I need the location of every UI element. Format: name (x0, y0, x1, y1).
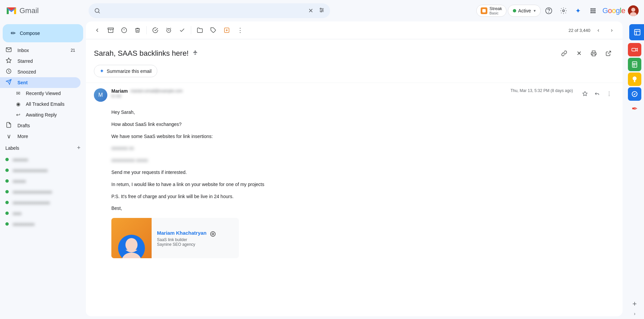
sidebar-item-sent[interactable]: Sent (0, 77, 80, 88)
all-tracked-icon: ◉ (16, 101, 20, 107)
svg-rect-28 (108, 28, 114, 29)
google-tasks-panel-button[interactable] (628, 87, 641, 101)
summarize-star-icon: ✦ (100, 68, 104, 74)
streak-track-button[interactable] (221, 24, 233, 36)
sidebar-item-inbox[interactable]: Inbox 21 (0, 45, 80, 56)
sidebar-item-snoozed[interactable]: Snoozed (0, 66, 80, 77)
page-navigation: 22 of 3,440 ‹ › (569, 25, 617, 36)
svg-point-42 (122, 253, 141, 258)
label-dot-icon (5, 158, 9, 161)
snooze-button[interactable] (163, 24, 175, 36)
delete-button[interactable] (131, 24, 144, 36)
chevron-down-icon: ▾ (534, 8, 536, 13)
sidebar-item-more[interactable]: ∨ More (0, 131, 80, 142)
sidebar-item-awaiting-reply[interactable]: ↩ Awaiting Reply (0, 109, 80, 120)
star-message-button[interactable] (580, 88, 590, 99)
more-chevron-icon: ∨ (5, 133, 12, 140)
svg-rect-19 (594, 12, 595, 13)
label-dot-icon (5, 212, 9, 215)
move-to-button[interactable] (194, 24, 206, 36)
email-line3-blurred: xxxxxxx xx (111, 144, 614, 152)
search-bar[interactable]: in:sent ✕ (89, 3, 330, 18)
email-subject-text: Sarah, SAAS backlinks here! (94, 49, 189, 58)
compose-button[interactable]: ✏ Compose (3, 24, 83, 42)
google-keep-panel-button[interactable] (628, 73, 641, 86)
user-avatar[interactable] (628, 5, 639, 16)
settings-button[interactable] (557, 4, 570, 17)
compose-pencil-icon: ✏ (11, 30, 16, 37)
email-header-actions: ✕ (558, 47, 614, 59)
email-message-body: M Mariam mariam.email@example.com to me … (86, 83, 623, 316)
toolbar-separator (146, 26, 147, 34)
search-clear-icon[interactable]: ✕ (308, 7, 313, 14)
recently-viewed-icon: ✉ (16, 90, 20, 96)
search-icon (94, 7, 101, 14)
message-action-icons: ⋮ (580, 88, 614, 99)
gemini-star-button[interactable]: ✦ (572, 4, 585, 17)
report-spam-button[interactable] (118, 24, 130, 36)
svg-rect-51 (634, 82, 636, 82)
google-meet-panel-button[interactable] (628, 43, 641, 56)
label-item-2[interactable]: xxxxxxxxxxxxxxxx (0, 165, 80, 176)
copy-link-button[interactable] (558, 47, 570, 59)
svg-rect-15 (592, 10, 594, 11)
label-dot-icon (5, 169, 9, 172)
active-status-button[interactable]: Active ▾ (508, 5, 541, 17)
summarize-email-button[interactable]: ✦ Summarize this email (94, 65, 157, 77)
sidebar-item-drafts[interactable]: Drafts (0, 120, 80, 131)
label-button[interactable] (207, 24, 219, 36)
sidebar-item-all-tracked-emails[interactable]: ◉ All Tracked Emails (0, 99, 80, 109)
labels-section-header[interactable]: Labels + (0, 142, 86, 154)
close-email-button[interactable]: ✕ (573, 47, 585, 59)
streak-button[interactable]: Streak Basic (476, 5, 506, 17)
topbar: Gmail in:sent ✕ Streak Basic Active ▾ (0, 0, 644, 21)
more-options-button[interactable]: ⋮ (234, 24, 246, 36)
sidebar-item-starred[interactable]: Starred (0, 56, 80, 66)
right-panel: ✒ + › (625, 21, 644, 319)
apps-button[interactable] (586, 4, 600, 17)
prev-email-button[interactable]: ‹ (593, 25, 604, 36)
sidebar-item-recently-viewed[interactable]: ✉ Recently Viewed (0, 88, 80, 99)
signature-image (111, 218, 152, 258)
email-signature-card: Mariam Khachatryan ◎ SaaS link builder S… (111, 218, 239, 258)
google-logo: Google (602, 6, 625, 15)
svg-point-0 (95, 8, 99, 12)
svg-line-1 (99, 12, 100, 13)
print-button[interactable] (588, 47, 600, 59)
email-toolbar: ⋮ 22 of 3,440 ‹ › (86, 21, 623, 39)
sender-name-row: Mariam mariam.email@example.com (111, 88, 506, 94)
main-layout: ✏ Compose Inbox 21 Starred (0, 21, 644, 319)
svg-rect-11 (590, 8, 592, 10)
snoozed-icon (5, 68, 12, 76)
google-sheets-panel-button[interactable] (628, 58, 641, 71)
more-message-button[interactable]: ⋮ (604, 88, 614, 99)
snooze-subject-icon[interactable] (193, 50, 198, 57)
add-panel-button[interactable]: + (633, 300, 637, 308)
search-input[interactable]: in:sent (105, 8, 304, 14)
search-filters-icon[interactable] (319, 7, 325, 15)
unknown-panel-button-red[interactable]: ✒ (628, 102, 641, 116)
logo-area: Gmail (5, 5, 86, 17)
svg-rect-18 (592, 12, 594, 13)
help-button[interactable] (542, 4, 555, 17)
archive-button[interactable] (105, 24, 117, 36)
label-item-1[interactable]: xxxxxxx (0, 154, 80, 165)
label-item-7[interactable]: xxxxxxxxxx (0, 219, 80, 229)
open-new-window-button[interactable] (602, 47, 614, 59)
mark-unread-button[interactable] (149, 24, 161, 36)
svg-rect-12 (592, 8, 594, 10)
reply-message-button[interactable] (592, 88, 602, 99)
back-button[interactable] (91, 24, 103, 36)
svg-point-5 (320, 8, 321, 9)
label-item-6[interactable]: xxxx (0, 208, 80, 219)
label-item-3[interactable]: xxxxxx (0, 176, 80, 186)
streak-side-panel-button[interactable] (629, 24, 644, 40)
label-item-4[interactable]: xxxxxxxxxxxxxxxxxx (0, 186, 80, 197)
next-email-button[interactable]: › (606, 25, 617, 36)
active-dot-icon (513, 9, 516, 12)
email-line4-blurred: xxxxxxxxxx xxxxx (111, 156, 614, 165)
add-label-button[interactable]: + (77, 144, 80, 151)
mark-done-button[interactable] (176, 24, 188, 36)
expand-panel-button[interactable]: › (634, 311, 636, 316)
label-item-5[interactable]: xxxxxxxxxxxxxxxxx (0, 197, 80, 208)
